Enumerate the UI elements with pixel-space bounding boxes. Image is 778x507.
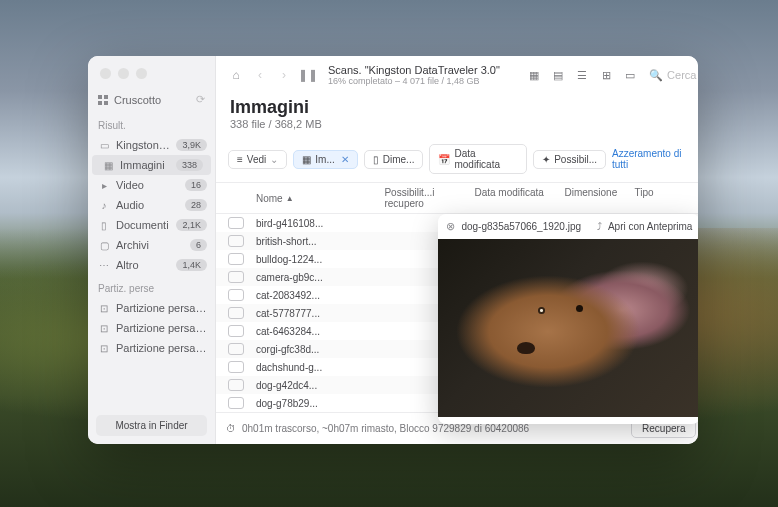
forward-icon[interactable]: ›: [274, 65, 294, 85]
scan-subtitle: 16% completato – 4 071 file / 1,48 GB: [328, 76, 519, 86]
close-window[interactable]: [100, 68, 111, 79]
sidebar-item-icon: ▭: [98, 140, 110, 151]
sidebar-lost-partition[interactable]: ⊡Partizione persa "NO N...: [88, 298, 215, 318]
col-name[interactable]: Nome ▲: [256, 187, 384, 209]
results-section-label: Risult.: [88, 112, 215, 135]
refresh-icon[interactable]: ⟳: [196, 93, 205, 106]
back-icon[interactable]: ‹: [250, 65, 270, 85]
sidebar-item-icon: ♪: [98, 200, 110, 211]
sidebar-item-label: Video: [116, 179, 179, 191]
search-field[interactable]: 🔍 Cerca: [643, 69, 696, 82]
row-checkbox[interactable]: [228, 289, 244, 301]
reset-filters[interactable]: Azzeramento di tutti: [612, 148, 694, 170]
open-with-preview[interactable]: Apri con Anteprima: [608, 221, 693, 232]
home-icon[interactable]: ⌂: [226, 65, 246, 85]
row-checkbox[interactable]: [228, 253, 244, 265]
preview-popover: ⊗ dog-g835a57066_1920.jpg ⤴ Apri con Ant…: [438, 214, 698, 424]
sidebar-item-audio[interactable]: ♪Audio28: [88, 195, 215, 215]
sidebar-item-badge: 3,9K: [176, 139, 207, 151]
col-date[interactable]: Data modificata: [474, 187, 564, 209]
app-window: Cruscotto ⟳ Risult. ▭Kingston DataTrav..…: [88, 56, 698, 444]
window-controls: [88, 56, 215, 87]
sidebar-item-label: Altro: [116, 259, 170, 271]
sidebar-item-icon: ▸: [98, 180, 110, 191]
sidebar-item-archivi[interactable]: ▢Archivi6: [88, 235, 215, 255]
dashboard-label: Cruscotto: [114, 94, 161, 106]
sidebar-item-icon: ▦: [102, 160, 114, 171]
sidebar-item-icon: ⋯: [98, 260, 110, 271]
sidebar-item-label: Kingston DataTrav...: [116, 139, 170, 151]
sidebar-item-label: Partizione persa "StarF...: [116, 342, 207, 354]
sidebar: Cruscotto ⟳ Risult. ▭Kingston DataTrav..…: [88, 56, 216, 444]
filter-size[interactable]: ▯ Dime...: [364, 150, 424, 169]
sidebar-item-altro[interactable]: ⋯Altro1,4K: [88, 255, 215, 275]
maximize-window[interactable]: [136, 68, 147, 79]
view-grid[interactable]: ⊞: [595, 66, 617, 84]
minimize-window[interactable]: [118, 68, 129, 79]
preview-filename: dog-g835a57066_1920.jpg: [461, 221, 591, 232]
row-checkbox[interactable]: [228, 271, 244, 283]
row-checkbox[interactable]: [228, 379, 244, 391]
filter-date[interactable]: 📅 Data modificata: [429, 144, 527, 174]
col-possibility[interactable]: Possibilit...i recupero: [384, 187, 474, 209]
dashboard-link[interactable]: Cruscotto ⟳: [88, 87, 215, 112]
view-icons[interactable]: ▦: [523, 66, 545, 84]
show-in-finder-button[interactable]: Mostra in Finder: [96, 415, 207, 436]
main-panel: ⌂ ‹ › ❚❚ Scans. "Kingston DataTraveler 3…: [216, 56, 698, 444]
row-checkbox[interactable]: [228, 235, 244, 247]
lost-section-label: Partiz. perse: [88, 275, 215, 298]
sidebar-item-badge: 1,4K: [176, 259, 207, 271]
preview-image: [438, 239, 698, 417]
view-gallery[interactable]: ▭: [619, 66, 641, 84]
sidebar-lost-partition[interactable]: ⊡Partizione persa "StarF...: [88, 338, 215, 358]
filter-images[interactable]: ▦ Im... ✕: [293, 150, 357, 169]
sidebar-lost-partition[interactable]: ⊡Partizione persa "Rome...: [88, 318, 215, 338]
row-checkbox[interactable]: [228, 361, 244, 373]
sidebar-item-badge: 28: [185, 199, 207, 211]
partition-icon: ⊡: [98, 323, 110, 334]
row-checkbox[interactable]: [228, 343, 244, 355]
row-checkbox[interactable]: [228, 325, 244, 337]
close-icon[interactable]: ⊗: [446, 220, 455, 233]
pause-icon[interactable]: ❚❚: [298, 65, 318, 85]
page-title: Immagini: [230, 97, 692, 118]
sidebar-item-badge: 16: [185, 179, 207, 191]
view-dropdown[interactable]: ≡ Vedi ⌄: [228, 150, 287, 169]
sidebar-item-label: Partizione persa "NO N...: [116, 302, 207, 314]
view-list[interactable]: ☰: [571, 66, 593, 84]
partition-icon: ⊡: [98, 303, 110, 314]
scan-title: Scans. "Kingston DataTraveler 3.0": [328, 64, 519, 76]
sidebar-item-label: Documenti: [116, 219, 170, 231]
sidebar-item-icon: ▯: [98, 220, 110, 231]
sidebar-item-video[interactable]: ▸Video16: [88, 175, 215, 195]
filter-bar: ≡ Vedi ⌄ ▦ Im... ✕ ▯ Dime... 📅 Data modi…: [216, 140, 698, 183]
clock-icon: ⏱: [226, 423, 236, 434]
view-columns[interactable]: ▤: [547, 66, 569, 84]
col-type[interactable]: Tipo: [634, 187, 694, 209]
sidebar-item-badge: 6: [190, 239, 207, 251]
page-subtitle: 338 file / 368,2 MB: [230, 118, 692, 130]
sidebar-item-documenti[interactable]: ▯Documenti2,1K: [88, 215, 215, 235]
share-icon[interactable]: ⤴: [597, 221, 602, 232]
table-header: Nome ▲ Possibilit...i recupero Data modi…: [216, 183, 698, 214]
grid-icon: [98, 95, 108, 105]
row-checkbox[interactable]: [228, 307, 244, 319]
row-checkbox[interactable]: [228, 397, 244, 409]
sidebar-item-label: Immagini: [120, 159, 170, 171]
sidebar-item-immagini[interactable]: ▦Immagini338: [92, 155, 211, 175]
search-icon: 🔍: [649, 69, 663, 82]
sidebar-item-label: Archivi: [116, 239, 184, 251]
row-checkbox[interactable]: [228, 217, 244, 229]
sidebar-item-badge: 2,1K: [176, 219, 207, 231]
sidebar-item-kingstondatatrav[interactable]: ▭Kingston DataTrav...3,9K: [88, 135, 215, 155]
sidebar-item-badge: 338: [176, 159, 203, 171]
col-size[interactable]: Dimensione: [564, 187, 634, 209]
sidebar-item-label: Audio: [116, 199, 179, 211]
filter-possibility[interactable]: ✦ Possibil...: [533, 150, 606, 169]
partition-icon: ⊡: [98, 343, 110, 354]
status-text: 0h01m trascorso, ~0h07m rimasto, Blocco …: [242, 423, 529, 434]
toolbar: ⌂ ‹ › ❚❚ Scans. "Kingston DataTraveler 3…: [216, 56, 698, 91]
sidebar-item-icon: ▢: [98, 240, 110, 251]
sidebar-item-label: Partizione persa "Rome...: [116, 322, 207, 334]
